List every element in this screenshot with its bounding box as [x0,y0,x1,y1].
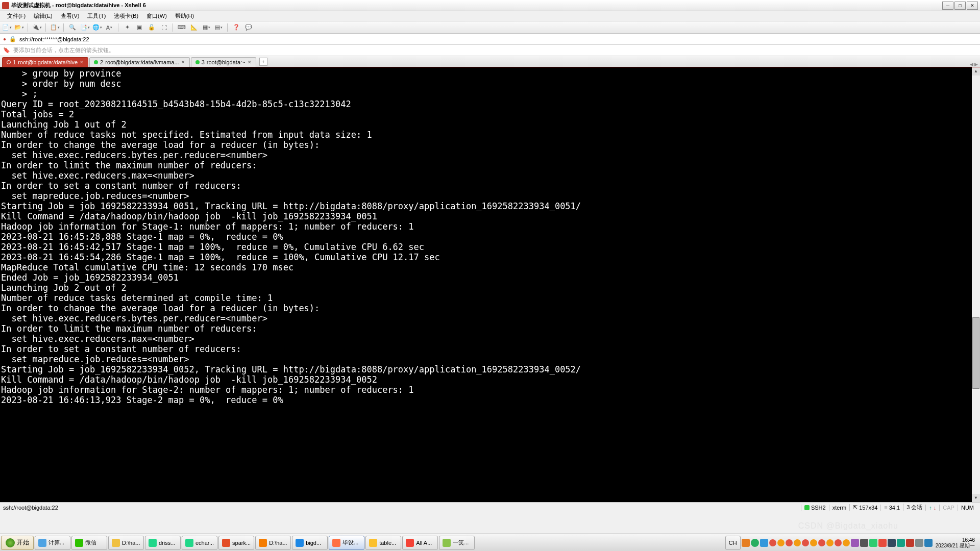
taskbar-item[interactable]: D:\ha... [108,536,144,550]
close-tab-icon[interactable]: ✕ [181,60,185,65]
close-tab-icon[interactable]: ✕ [80,60,84,65]
spark-icon[interactable]: ✦ [122,23,132,32]
start-button[interactable]: 开始 [1,536,34,550]
measure-icon[interactable]: 📐 [189,23,199,32]
bookmark-icon[interactable]: 🔖 [3,47,10,54]
conn-status-icon [804,505,810,510]
taskbar-clock[interactable]: 16:46 2023/8/21 星期一 [934,537,977,548]
grid-icon[interactable]: ▦ [202,23,211,32]
session-tab[interactable]: 1 root@bigdata:/data/hive ✕ [2,57,88,67]
session-tab[interactable]: 3 root@bigdata:~ ✕ [191,57,256,67]
status-bar: ssh://root@bigdata:22 SSH2 xterm ⇱ 157x3… [0,502,980,512]
menu-tab[interactable]: 选项卡(B) [110,12,142,20]
app-icon [2,2,9,9]
taskbar-item[interactable]: bigd... [292,536,328,550]
scroll-up-icon[interactable]: ▲ [972,67,980,76]
qq-icon[interactable] [810,539,817,546]
menu-file[interactable]: 文件(F) [3,12,30,20]
taskbar-item[interactable]: echar... [182,536,217,550]
tray-icon[interactable] [751,539,759,547]
tab-label: root@bigdata:/data/lvmama... [105,59,179,65]
lock-icon[interactable]: 🔓 [147,23,156,32]
taskbar-item-label: 微信 [85,539,96,546]
qq-icon[interactable] [802,539,809,546]
taskbar-item-label: D:\ha... [269,540,287,546]
scroll-down-icon[interactable]: ▼ [972,494,980,502]
separator [173,23,173,32]
qq-icon[interactable] [786,539,793,546]
ssh-address-bar: ● 🔒 ssh://root:******@bigdata:22 [0,34,980,45]
taskbar-item[interactable]: 一笑... [439,536,475,550]
globe-icon[interactable]: 🌐 [92,23,102,32]
tab-label: root@bigdata:/data/hive [18,59,78,65]
taskbar-item[interactable]: 计算... [35,536,70,550]
font-icon[interactable]: A [105,23,114,32]
fullscreen-icon[interactable]: ⛶ [159,23,168,32]
status-dot-icon [7,60,11,64]
tab-nav-next[interactable]: ▶ [974,62,978,67]
tray-icon[interactable] [860,539,868,547]
taskbar-item[interactable]: All A... [402,536,438,550]
qq-icon[interactable] [835,539,842,546]
tray-icon[interactable] [742,539,750,547]
keyboard-icon[interactable]: ⌨ [177,23,186,32]
qq-icon[interactable] [769,539,776,546]
open-icon[interactable]: 📂 [14,23,23,32]
tray-icon[interactable] [897,539,905,547]
add-tab-button[interactable]: + [259,58,267,66]
tray-icon[interactable] [906,539,914,547]
ssh-address[interactable]: ssh://root:******@bigdata:22 [19,36,89,42]
status-dot-icon [195,60,200,64]
tab-nav-prev[interactable]: ◀ [970,62,973,67]
tray-icon[interactable] [851,539,859,547]
tray-icon[interactable] [760,539,768,547]
menu-tools[interactable]: 工具(T) [83,12,110,20]
connect-icon[interactable]: 🔌 [32,23,41,32]
paste-icon[interactable]: 📑 [80,23,89,32]
taskbar-item[interactable]: D:\ha... [255,536,291,550]
scrollbar-thumb[interactable] [972,317,979,389]
new-session-icon[interactable]: 📄 [2,23,11,32]
maximize-button[interactable]: □ [954,2,966,10]
app-icon [259,539,267,547]
qq-icon[interactable] [826,539,834,546]
session-tab[interactable]: 2 root@bigdata:/data/lvmama... ✕ [89,57,190,67]
search-icon[interactable]: 🔍 [68,23,77,32]
minimize-button[interactable]: ─ [942,2,953,10]
terminal-text: > group by province > order by num desc … [1,68,979,405]
tray-icon[interactable] [924,539,933,547]
taskbar-item[interactable]: driss... [145,536,181,550]
tray-icon[interactable] [888,539,896,547]
app-icon [75,539,83,547]
qq-icon[interactable] [818,539,825,546]
tray-icon[interactable] [878,539,887,547]
tab-num: 3 [202,59,205,65]
copy-icon[interactable]: 📋 [50,23,59,32]
screen-icon[interactable]: ▣ [135,23,144,32]
lang-indicator[interactable]: CH [725,536,741,550]
menu-view[interactable]: 查看(V) [57,12,84,20]
taskbar-item[interactable]: 微信 [71,536,107,550]
menu-help[interactable]: 帮助(H) [171,12,198,20]
taskbar-item[interactable]: table... [365,536,401,550]
hint-bar: 🔖 要添加当前会话，点击左侧的箭头按钮。 [0,45,980,56]
taskbar-item[interactable]: spark... [218,536,254,550]
menu-edit[interactable]: 编辑(E) [30,12,57,20]
help-icon[interactable]: ❓ [232,23,241,32]
close-tab-icon[interactable]: ✕ [248,60,252,65]
qq-icon[interactable] [843,539,850,546]
close-button[interactable]: ✕ [967,2,978,10]
qq-icon[interactable] [794,539,801,546]
taskbar-item[interactable]: 毕设... [329,536,364,550]
separator [28,23,28,32]
taskbar-item-label: All A... [416,540,432,546]
record-icon[interactable]: ● [3,36,6,42]
qq-icon[interactable] [777,539,785,546]
terminal-scrollbar[interactable]: ▲ ▼ [972,67,980,502]
terminal-output[interactable]: > group by province > order by num desc … [0,67,980,502]
tray-icon[interactable] [915,539,923,547]
layout-icon[interactable]: ▤ [214,23,223,32]
chat-icon[interactable]: 💬 [244,23,253,32]
tray-icon[interactable] [869,539,877,547]
menu-window[interactable]: 窗口(W) [142,12,171,20]
